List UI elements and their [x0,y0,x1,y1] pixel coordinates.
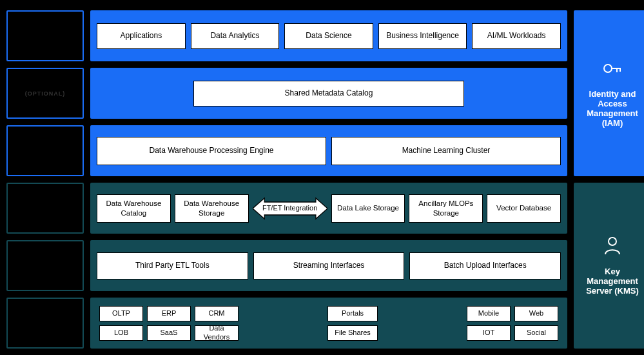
source-group-mid: Portals File Shares [327,306,378,341]
box-data-vendors: Data Vendors [195,325,239,341]
box-ml-cluster: Machine Learning Cluster [331,137,561,165]
source-group-left: OLTP ERP CRM LOB SaaS Data Vendors [99,306,239,341]
svg-point-5 [609,238,616,245]
box-aiml-workloads: AI/ML Workloads [472,23,561,49]
left-label-consumers: Consumers [6,10,84,61]
box-mlops-storage: Ancillary MLOPs Storage [409,194,483,223]
box-oltp: OLTP [99,306,143,321]
box-dw-processing-engine: Data Warehouse Processing Engine [97,137,326,165]
source-group-right: Mobile Web IOT Social [467,306,558,341]
compute-row: Data Warehouse Processing Engine Machine… [90,125,567,176]
left-label-compute: Compute [6,125,84,176]
sources-row: OLTP ERP CRM LOB SaaS Data Vendors Porta… [90,298,567,349]
box-mobile: Mobile [467,306,511,321]
ft-et-label: FT/ET Integration [262,204,317,212]
ingestion-row: Third Party ETL Tools Streaming Interfac… [90,240,567,291]
box-vector-database: Vector Database [487,194,561,223]
box-data-science: Data Science [284,23,373,49]
box-social: Social [514,325,558,341]
box-portals: Portals [327,306,378,321]
kms-panel: Key Management Server (KMS) [574,183,644,349]
box-business-intelligence: Business Intelligence [378,23,467,49]
box-erp: ERP [147,306,191,321]
svg-point-1 [604,65,612,72]
box-data-analytics: Data Analytics [191,23,280,49]
box-batch-upload: Batch Upload Interfaces [409,252,561,279]
box-dw-catalog: Data Warehouse Catalog [97,194,171,223]
left-label-optional: (OPTIONAL) [6,68,84,119]
box-crm: CRM [195,306,239,321]
kms-label: Key Management Server (KMS) [579,267,644,296]
box-streaming-interfaces: Streaming Interfaces [253,252,405,279]
box-saas: SaaS [147,325,191,341]
storage-row: Data Warehouse Catalog Data Warehouse St… [90,183,567,234]
box-dw-storage: Data Warehouse Storage [175,194,249,223]
user-icon [604,236,621,258]
box-etl-tools: Third Party ETL Tools [97,252,248,279]
iam-panel: Identity and Access Management (IAM) [574,10,644,176]
left-label-ingestion: Ingestion [6,240,84,291]
box-lob: LOB [99,325,143,341]
left-label-storage: Storage [6,183,84,234]
left-label-sources: Sources [6,298,84,349]
key-icon [603,59,622,80]
architecture-diagram: Consumers (OPTIONAL) Compute Storage Ing… [0,0,644,355]
ft-et-integration-arrow: FT/ET Integration [253,194,327,223]
box-file-shares: File Shares [327,325,378,341]
box-web: Web [514,306,558,321]
metadata-row: Shared Metadata Catalog [90,68,567,119]
box-iot: IOT [467,325,511,341]
iam-label: Identity and Access Management (IAM) [579,89,644,128]
box-applications: Applications [97,23,186,49]
box-data-lake-storage: Data Lake Storage [331,194,405,223]
box-shared-metadata-catalog: Shared Metadata Catalog [193,81,464,107]
consumers-row: Applications Data Analytics Data Science… [90,10,567,61]
